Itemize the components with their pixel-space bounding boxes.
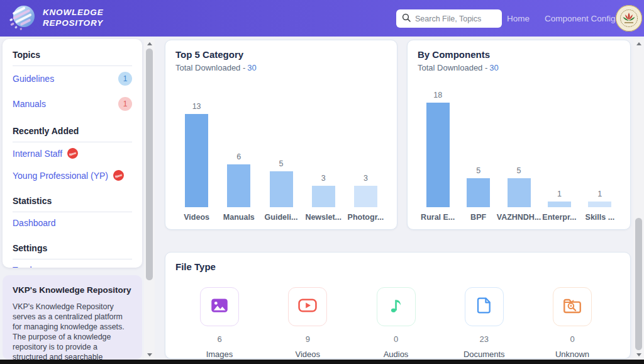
file-type-count: 23	[480, 334, 489, 344]
file-type-tile-documents[interactable]	[465, 287, 504, 326]
file-type-label: Documents	[464, 350, 505, 359]
sidebar-link-label[interactable]: Dashboard	[13, 218, 56, 228]
bar-group-manuals: 6Manuals	[218, 152, 260, 222]
bar-category-label: VAZHNDH...	[497, 213, 541, 222]
sidebar-item-guidelines[interactable]: Guidelines1	[13, 66, 132, 91]
sidebar-heading-settings: Settings	[13, 241, 132, 259]
bar-group-photogr: 3Photogr...	[345, 174, 387, 222]
bar-group-videos: 13Videos	[175, 102, 218, 222]
bar[interactable]	[548, 202, 571, 207]
file-type-label: Images	[206, 350, 233, 359]
bar[interactable]	[270, 171, 293, 207]
bar-value-label: 1	[557, 190, 562, 198]
main-scrollbar[interactable]	[633, 39, 644, 360]
sidebar-section-statistics: StatisticsDashboard	[13, 194, 132, 234]
bar[interactable]	[312, 186, 335, 207]
sidebar-item-manuals[interactable]: Manuals1	[13, 91, 132, 117]
scroll-up-arrow[interactable]	[633, 39, 644, 48]
nav-link-component-config[interactable]: Component Config	[545, 14, 616, 23]
chart-title: By Components	[418, 49, 620, 60]
chart-subtitle: Total Downloaded -30	[175, 63, 387, 72]
sidebar-scrollbar[interactable]	[144, 39, 155, 360]
chart-card-top5-category: Top 5 Category Total Downloaded -30 13Vi…	[165, 40, 397, 230]
bar-chart: 13Videos6Manuals5Guideli...3Newslet...3P…	[175, 102, 387, 223]
bar[interactable]	[467, 178, 490, 207]
subtitle-total: 30	[489, 63, 498, 72]
new-badge: New	[66, 147, 79, 160]
file-type-label: Videos	[295, 350, 320, 359]
file-type-count: 0	[394, 334, 398, 344]
bar-chart: 18Rural E...5BPF5VAZHNDH...1Enterpr...1S…	[418, 91, 620, 223]
scrollbar-thumb[interactable]	[635, 218, 642, 350]
sidebar-section-settings: SettingsTrash	[13, 241, 132, 268]
window-bottom-edge	[0, 360, 644, 364]
scrollbar-thumb[interactable]	[146, 48, 153, 280]
sidebar-link-label[interactable]: Trash	[13, 265, 35, 268]
file-type-count: 0	[570, 334, 574, 344]
bar-category-label: Skills ...	[586, 213, 615, 222]
bar-value-label: 18	[433, 91, 442, 100]
scroll-down-arrow[interactable]	[144, 350, 155, 360]
sidebar-heading-topics: Topics	[13, 48, 132, 66]
file-type-tile-audios[interactable]	[377, 287, 416, 326]
file-type-tile-unknown[interactable]	[553, 287, 592, 326]
search-box[interactable]	[396, 9, 502, 28]
bar[interactable]	[588, 202, 611, 207]
sidebar-heading-recently-added: Recently Added	[13, 124, 132, 142]
bar-value-label: 5	[279, 159, 284, 168]
sidebar-item-young-professional-yp[interactable]: Young Professional (YP)New	[13, 164, 132, 186]
file-type-count: 6	[217, 334, 221, 344]
sidebar-link-label[interactable]: Internal Staff	[13, 149, 62, 159]
sidebar: TopicsGuidelines1Manuals1Recently AddedI…	[3, 39, 142, 268]
search-icon	[402, 13, 411, 25]
bar[interactable]	[185, 114, 208, 207]
chart-card-by-components: By Components Total Downloaded -30 18Rur…	[407, 40, 631, 230]
org-emblem[interactable]	[616, 5, 642, 31]
search-input[interactable]	[415, 14, 497, 23]
bar-group-vazhndh: 5VAZHNDH...	[499, 166, 539, 222]
about-card: VKP's Knowledge Repository VKP's Knowled…	[3, 275, 142, 360]
bar-value-label: 3	[364, 174, 368, 183]
bar[interactable]	[426, 103, 450, 207]
file-type-label: Audios	[384, 350, 409, 359]
file-type-tile-images[interactable]	[200, 287, 239, 326]
file-type-tiles: 6Images9Videos0Audios23Documents0Unknown	[175, 287, 620, 359]
file-type-card: File Type 6Images9Videos0Audios23Documen…	[165, 252, 631, 359]
app-logo[interactable]: KNOWLEDGE REPOSITORY	[9, 3, 103, 34]
bar-value-label: 5	[517, 166, 521, 175]
bar[interactable]	[508, 178, 531, 207]
sidebar-item-trash[interactable]: Trash	[13, 259, 132, 268]
sidebar-link-label[interactable]: Guidelines	[13, 74, 54, 84]
about-card-body: VKP's Knowledge Repository serves as a c…	[13, 302, 132, 360]
file-type-audios: 0Audios	[357, 287, 435, 359]
file-type-tile-videos[interactable]	[288, 287, 327, 326]
file-type-images: 6Images	[180, 287, 258, 359]
sidebar-item-internal-staff[interactable]: Internal StaffNew	[13, 142, 132, 164]
bar-group-skills: 1Skills ...	[580, 190, 620, 222]
scroll-down-arrow[interactable]	[633, 350, 644, 360]
audio-icon	[387, 295, 406, 318]
subtitle-total: 30	[247, 63, 256, 72]
bar-category-label: Manuals	[223, 213, 255, 222]
sidebar-link-label[interactable]: Manuals	[13, 99, 46, 109]
file-type-videos: 9Videos	[269, 287, 347, 359]
scroll-up-arrow[interactable]	[144, 39, 155, 48]
bar-category-label: Videos	[184, 213, 209, 222]
unknown-icon	[561, 295, 584, 319]
nav-link-home[interactable]: Home	[507, 14, 530, 23]
bar-group-guideli: 5Guideli...	[260, 159, 302, 222]
app-header: KNOWLEDGE REPOSITORY Home Component Conf…	[0, 0, 644, 37]
bar[interactable]	[227, 164, 250, 207]
sidebar-section-recently-added: Recently AddedInternal StaffNewYoung Pro…	[13, 124, 132, 186]
file-type-documents: 23Documents	[445, 287, 523, 359]
sidebar-item-dashboard[interactable]: Dashboard	[13, 212, 132, 234]
bar[interactable]	[354, 186, 377, 207]
count-badge: 1	[118, 72, 132, 86]
bar-group-rural-e: 18Rural E...	[418, 91, 458, 222]
image-icon	[209, 295, 230, 319]
bar-value-label: 13	[192, 102, 201, 111]
video-icon	[296, 295, 319, 319]
bar-value-label: 1	[597, 190, 602, 198]
globe-logo-icon	[9, 3, 36, 34]
sidebar-link-label[interactable]: Young Professional (YP)	[13, 171, 108, 181]
